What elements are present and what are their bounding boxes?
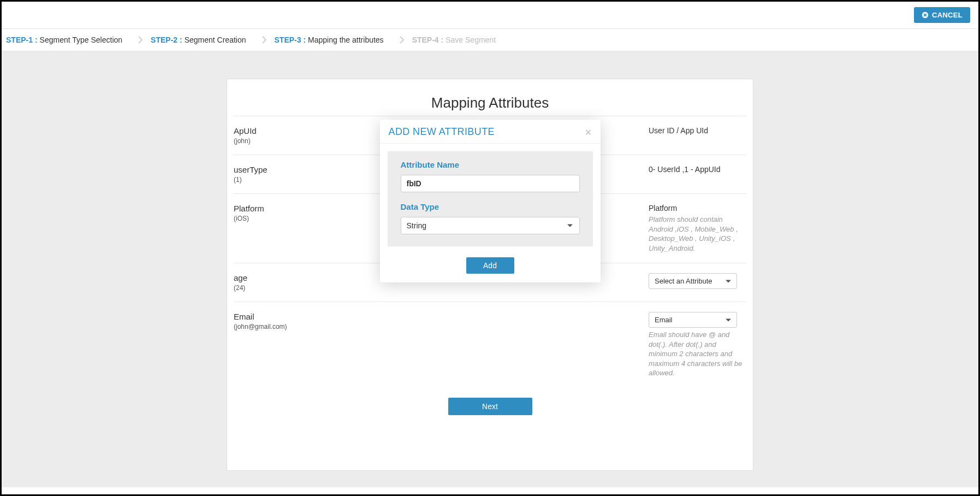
attribute-name: Email bbox=[234, 312, 649, 321]
cancel-label: CANCEL bbox=[932, 11, 963, 19]
chevron-right-icon bbox=[399, 36, 405, 44]
attribute-sample: (24) bbox=[234, 284, 649, 292]
chevron-right-icon bbox=[262, 36, 267, 44]
attribute-select-email[interactable]: Email bbox=[649, 312, 737, 328]
chevron-right-icon bbox=[138, 36, 143, 44]
next-button[interactable]: Next bbox=[448, 398, 532, 415]
breadcrumb-step-2[interactable]: STEP-2 : Segment Creation bbox=[151, 36, 246, 44]
breadcrumb-step-4: STEP-4 : Save Segment bbox=[412, 36, 496, 44]
modal-title: ADD NEW ATTRIBUTE bbox=[389, 126, 495, 138]
attribute-name-input[interactable] bbox=[401, 175, 580, 192]
attribute-select-age[interactable]: Select an Attribute bbox=[649, 273, 737, 289]
content-area: Mapping Attributes ApUId (john) User ID … bbox=[2, 51, 978, 487]
breadcrumb-step-prefix: STEP-2 : bbox=[151, 36, 182, 44]
cancel-icon bbox=[922, 11, 929, 19]
breadcrumb: STEP-1 : Segment Type Selection STEP-2 :… bbox=[2, 29, 978, 51]
breadcrumb-step-3[interactable]: STEP-3 : Mapping the attributes bbox=[275, 36, 384, 44]
mapping-card: Mapping Attributes ApUId (john) User ID … bbox=[227, 79, 753, 471]
attribute-mapping-text: User ID / App UId bbox=[649, 126, 744, 135]
attribute-mapping-text: 0- UserId ,1 - AppUId bbox=[649, 165, 744, 174]
attribute-row-email: Email (john@gmail.com) Email Email shoul… bbox=[234, 302, 746, 388]
breadcrumb-step-prefix: STEP-4 : bbox=[412, 36, 444, 44]
breadcrumb-step-1[interactable]: STEP-1 : Segment Type Selection bbox=[6, 36, 122, 44]
attribute-mapping-text: Platform bbox=[649, 204, 744, 212]
breadcrumb-step-label: Save Segment bbox=[446, 36, 496, 44]
attribute-hint: Email should have @ and dot(.). After do… bbox=[649, 330, 744, 378]
attribute-name-label: Attribute Name bbox=[401, 160, 580, 169]
close-icon[interactable]: × bbox=[585, 127, 592, 138]
add-button[interactable]: Add bbox=[466, 257, 514, 274]
data-type-label: Data Type bbox=[401, 202, 580, 211]
card-title: Mapping Attributes bbox=[227, 95, 753, 111]
select-value: String bbox=[407, 221, 427, 230]
breadcrumb-step-label: Segment Creation bbox=[185, 36, 246, 44]
cancel-button[interactable]: CANCEL bbox=[914, 7, 970, 23]
select-value: Select an Attribute bbox=[655, 277, 712, 285]
attribute-hint: Platform should contain Android ,iOS , M… bbox=[649, 215, 744, 253]
breadcrumb-step-label: Mapping the attributes bbox=[308, 36, 384, 44]
attribute-sample: (john@gmail.com) bbox=[234, 323, 649, 330]
add-attribute-modal: ADD NEW ATTRIBUTE × Attribute Name Data … bbox=[380, 120, 601, 282]
top-header: CANCEL bbox=[2, 2, 978, 29]
breadcrumb-step-prefix: STEP-3 : bbox=[275, 36, 306, 44]
select-value: Email bbox=[655, 316, 673, 324]
breadcrumb-step-prefix: STEP-1 : bbox=[6, 36, 38, 44]
data-type-select[interactable]: String bbox=[401, 217, 580, 234]
breadcrumb-step-label: Segment Type Selection bbox=[40, 36, 123, 44]
